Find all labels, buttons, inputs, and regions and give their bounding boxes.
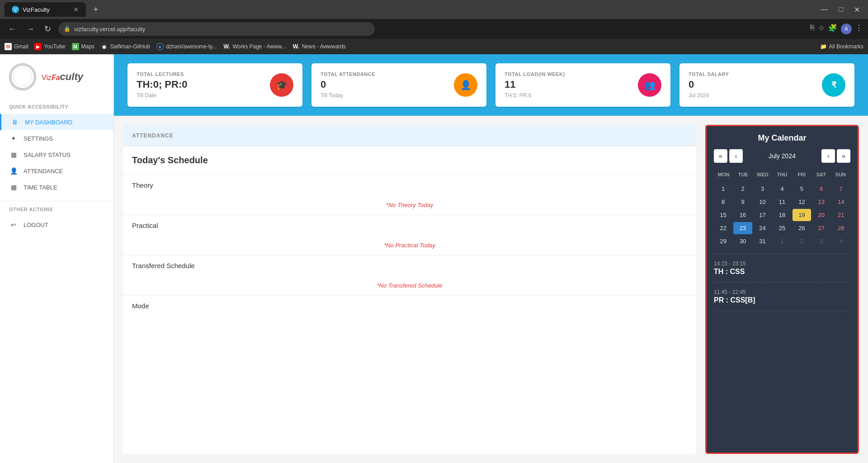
dashboard-icon: 🖥 [10,118,19,126]
cal-day-20[interactable]: 20 [812,209,830,221]
sidebar-item-salary[interactable]: ▦ SALARY STATUS [0,146,113,163]
cal-day-1[interactable]: 1 [714,183,732,195]
bookmark-gmail[interactable]: M Gmail [5,43,28,50]
cal-day-25[interactable]: 25 [773,222,791,234]
sidebar-item-logout[interactable]: ↩ LOGOUT [0,217,113,233]
sidebar-item-timetable[interactable]: ▦ TIME TABLE [0,179,113,195]
sidebar-item-attendance[interactable]: 👤 ATTENDANCE [0,163,113,179]
theory-empty: *No Theory Today [123,195,696,215]
logout-icon: ↩ [9,221,18,228]
cal-day-6[interactable]: 6 [812,183,830,195]
day-wed: WED [753,170,772,179]
refresh-button[interactable]: ↻ [42,22,54,36]
cal-day-16[interactable]: 16 [733,209,752,221]
salary-icon: ▦ [9,151,18,158]
cal-day-3[interactable]: 3 [753,183,772,195]
maximize-button[interactable]: □ [835,4,847,16]
calendar-divider-3 [714,311,850,311]
day-thu: THU [772,170,792,179]
cal-day-23[interactable]: 23 [733,222,752,234]
stat-card-load: TOTAL LOAD(IN WEEK) 11 TH:5; PR:6 👥 [495,63,670,107]
close-button[interactable]: ✕ [850,4,863,16]
calendar-prev-prev-button[interactable]: « [714,149,727,163]
logo-text: VizFaculty [42,71,83,83]
event-2-title: PR : CSS[B] [714,296,850,304]
event-1-time: 14:15 - 15:15 [714,260,850,267]
cal-day-13[interactable]: 13 [812,196,830,208]
sidebar-divider [0,201,113,201]
cal-day-29[interactable]: 29 [714,235,732,247]
salary-icon: ₹ [822,73,845,97]
timetable-label: TIME TABLE [24,184,57,191]
lectures-label: TOTAL LECTURES [137,71,187,77]
calendar-title: My Calendar [714,133,850,143]
cal-day-31[interactable]: 31 [753,235,772,247]
cal-day-19[interactable]: 19 [793,209,811,221]
cal-day-5[interactable]: 5 [793,183,811,195]
cal-day-17[interactable]: 17 [753,209,772,221]
logout-label: LOGOUT [24,222,48,228]
stat-info-salary: TOTAL SALARY 0 Jul 2024 [689,71,729,99]
cal-day-11[interactable]: 11 [773,196,791,208]
sidebar-item-settings[interactable]: ✦ SETTINGS [0,130,113,146]
cal-day-next-4[interactable]: 4 [832,235,850,247]
practical-section: Practical *No Practical Today [123,215,696,255]
back-button[interactable]: ← [5,23,19,36]
calendar-next-next-button[interactable]: » [837,149,850,163]
youtube-icon: ▶ [34,43,42,50]
quick-access-label: QUICK ACCESSIBILITY [0,104,113,114]
cal-day-21[interactable]: 21 [832,209,850,221]
new-tab-button[interactable]: + [90,3,102,16]
cal-day-next-1[interactable]: 1 [773,235,791,247]
bookmark-youtube[interactable]: ▶ YouTube [34,43,65,50]
calendar-event-1: 14:15 - 15:15 TH : CSS [714,260,850,276]
cal-day-30[interactable]: 30 [733,235,752,247]
theory-section: Theory *No Theory Today [123,175,696,215]
news-icon: W. [292,43,300,50]
practical-empty: *No Practical Today [123,236,696,255]
bookmark-icon[interactable]: ☆ [818,24,825,34]
cal-day-7[interactable]: 7 [832,183,850,195]
cal-day-27[interactable]: 27 [812,222,830,234]
minimize-button[interactable]: — [817,4,831,16]
extensions-icon[interactable]: 🧩 [828,24,837,34]
bookmark-maps[interactable]: M Maps [72,43,94,50]
transferred-empty: *No Transfered Schedule [123,276,696,295]
cal-day-22[interactable]: 22 [714,222,732,234]
cal-day-15[interactable]: 15 [714,209,732,221]
browser-chrome: V VizFaculty ✕ + — □ ✕ ← → ↻ 🔒 vizfacult… [0,0,868,54]
bookmark-github[interactable]: ◉ Saifkhan-GitHub [101,43,150,50]
tab-close-button[interactable]: ✕ [73,6,79,13]
calendar-prev-button[interactable]: ‹ [729,149,743,163]
calendar-next-button[interactable]: › [821,149,835,163]
cal-day-10[interactable]: 10 [753,196,772,208]
cal-day-8[interactable]: 8 [714,196,732,208]
cal-day-9[interactable]: 9 [733,196,752,208]
day-sat: SAT [811,170,831,179]
attendance-header: ATTENDANCE [123,125,696,146]
all-bookmarks-button[interactable]: 📁 All Bookmarks [820,43,863,50]
profile-icon[interactable]: A [841,24,852,34]
cal-day-28[interactable]: 28 [832,222,850,234]
bookmark-news[interactable]: W. News - Awwwards [292,43,346,50]
cal-day-2[interactable]: 2 [733,183,752,195]
cal-day-12[interactable]: 12 [793,196,811,208]
active-tab[interactable]: V VizFaculty ✕ [5,2,86,17]
cal-day-next-3[interactable]: 3 [812,235,830,247]
cal-day-next-2[interactable]: 2 [793,235,811,247]
bookmark-works[interactable]: W. Works Page - Awww... [223,43,286,50]
cal-day-4[interactable]: 4 [773,183,791,195]
forward-button[interactable]: → [24,23,37,36]
address-bar[interactable]: 🔒 vizfaculty.vercel.app/faculty [58,22,375,36]
bookmark-awesome-ty[interactable]: ● dzhani/awesome-ty... [156,43,217,50]
menu-icon[interactable]: ⋮ [855,24,863,34]
stat-info-load: TOTAL LOAD(IN WEEK) 11 TH:5; PR:6 [505,71,565,99]
sidebar-item-dashboard[interactable]: 🖥 MY DASHBOARD [0,114,113,130]
cal-day-26[interactable]: 26 [793,222,811,234]
attendance-label: ATTENDANCE [24,168,63,175]
cal-day-14[interactable]: 14 [832,196,850,208]
settings-label: SETTINGS [24,135,53,142]
cast-icon[interactable]: ⎘ [810,24,815,34]
cal-day-18[interactable]: 18 [773,209,791,221]
cal-day-24[interactable]: 24 [753,222,772,234]
